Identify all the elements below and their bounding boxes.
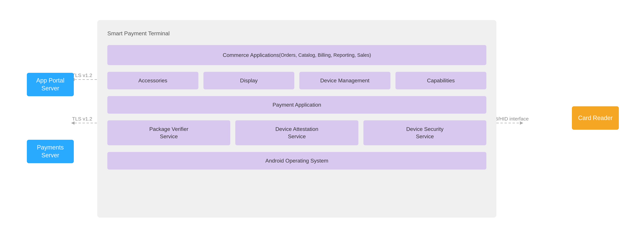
accessories-box: Accessories bbox=[107, 72, 198, 89]
left-servers: App Portal Server Payments Server bbox=[27, 73, 74, 163]
package-verifier-box: Package Verifier Service bbox=[107, 120, 230, 145]
display-box: Display bbox=[204, 72, 294, 89]
middle-row: Accessories Display Device Management Ca… bbox=[107, 72, 486, 89]
diagram-container: TLS v1.2 TLS v1.2 USB/HID interface App … bbox=[0, 0, 644, 236]
tls-label-2: TLS v1.2 bbox=[72, 116, 92, 121]
commerce-apps-box: Commerce Applications (Orders, Catalog, … bbox=[107, 45, 486, 65]
android-os-box: Android Operating System bbox=[107, 152, 486, 170]
app-portal-server: App Portal Server bbox=[27, 73, 74, 96]
terminal-title: Smart Payment Terminal bbox=[107, 30, 486, 37]
capabilities-box: Capabilities bbox=[396, 72, 486, 89]
svg-marker-7 bbox=[520, 121, 523, 125]
payment-app-box: Payment Application bbox=[107, 96, 486, 114]
card-reader: Card Reader bbox=[572, 106, 619, 130]
terminal-inner: Commerce Applications (Orders, Catalog, … bbox=[107, 45, 486, 170]
payments-server: Payments Server bbox=[27, 140, 74, 163]
tls-label-1: TLS v1.2 bbox=[72, 73, 92, 78]
services-row: Package Verifier Service Device Attestat… bbox=[107, 120, 486, 145]
smart-payment-terminal: Smart Payment Terminal Commerce Applicat… bbox=[97, 20, 496, 218]
device-attestation-box: Device Attestation Service bbox=[235, 120, 358, 145]
device-security-box: Device Security Service bbox=[364, 120, 486, 145]
device-management-box: Device Management bbox=[299, 72, 390, 89]
